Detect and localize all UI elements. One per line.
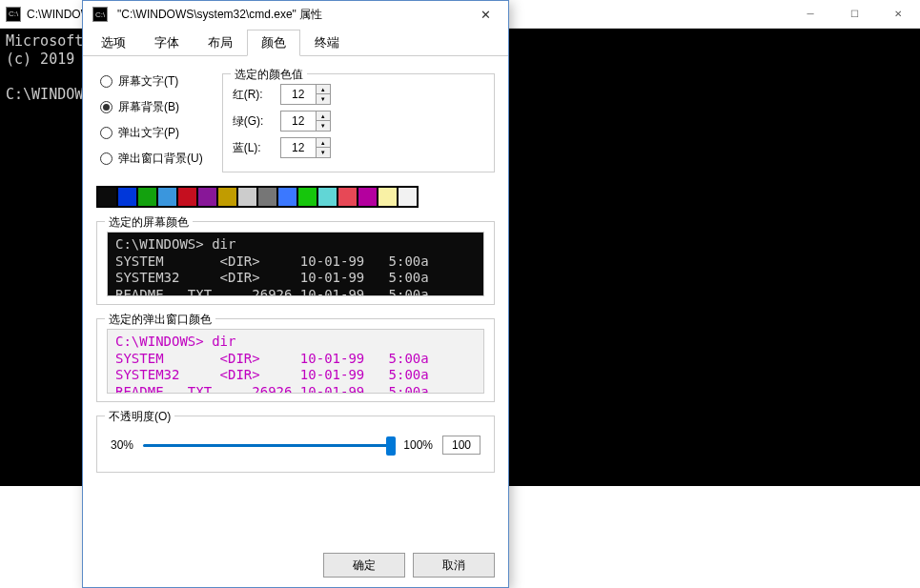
radio-screen-text[interactable]: 屏幕文字(T): [100, 73, 203, 90]
fieldset-legend: 选定的颜色值: [231, 67, 307, 83]
color-swatch[interactable]: [317, 187, 337, 207]
color-swatch[interactable]: [237, 187, 257, 207]
cmd-icon: C:\: [6, 7, 21, 22]
red-spinner[interactable]: ▲▼: [280, 84, 331, 105]
ok-button[interactable]: 确定: [323, 553, 405, 578]
tab-font[interactable]: 字体: [140, 30, 194, 56]
color-swatch[interactable]: [337, 187, 358, 207]
opacity-min-label: 30%: [111, 438, 133, 452]
opacity-group: 不透明度(O) 30% 100%: [96, 416, 495, 473]
slider-thumb-icon[interactable]: [386, 436, 396, 456]
color-swatch[interactable]: [378, 187, 398, 207]
cancel-button[interactable]: 取消: [413, 553, 495, 578]
dialog-title: "C:\WINDOWS\system32\cmd.exe" 属性: [117, 7, 322, 23]
fieldset-legend: 选定的屏幕颜色: [105, 214, 193, 231]
radio-label: 弹出文字(P): [118, 125, 179, 141]
blue-spinner[interactable]: ▲▼: [280, 137, 331, 158]
spin-up-icon[interactable]: ▲: [317, 85, 330, 94]
color-swatch[interactable]: [217, 187, 237, 207]
window-controls: ─ ☐ ✕: [788, 0, 920, 29]
color-palette: [96, 186, 419, 208]
color-swatch[interactable]: [157, 187, 177, 207]
close-button[interactable]: ✕: [876, 0, 920, 29]
radio-label: 屏幕文字(T): [118, 73, 178, 90]
maximize-button[interactable]: ☐: [832, 0, 876, 29]
radio-popup-background[interactable]: 弹出窗口背景(U): [100, 151, 203, 167]
color-swatch[interactable]: [117, 187, 137, 207]
color-swatch[interactable]: [398, 187, 418, 207]
spin-up-icon[interactable]: ▲: [317, 138, 330, 148]
tab-terminal[interactable]: 终端: [300, 30, 354, 56]
color-target-radios: 屏幕文字(T) 屏幕背景(B) 弹出文字(P) 弹出窗口背景(U): [96, 68, 203, 172]
color-swatch[interactable]: [97, 187, 117, 207]
radio-label: 弹出窗口背景(U): [118, 151, 203, 167]
tab-colors[interactable]: 颜色: [247, 30, 300, 56]
dialog-body: 屏幕文字(T) 屏幕背景(B) 弹出文字(P) 弹出窗口背景(U) 选定的颜色值: [83, 56, 508, 543]
screen-color-preview: C:\WINDOWS> dir SYSTEM <DIR> 10-01-99 5:…: [107, 232, 484, 296]
fieldset-legend: 不透明度(O): [105, 409, 174, 425]
radio-icon: [100, 101, 112, 113]
spin-up-icon[interactable]: ▲: [317, 112, 330, 121]
radio-icon: [100, 152, 112, 165]
popup-color-preview: C:\WINDOWS> dir SYSTEM <DIR> 10-01-99 5:…: [107, 329, 484, 394]
tab-bar: 选项 字体 布局 颜色 终端: [83, 30, 508, 56]
color-swatch[interactable]: [277, 187, 297, 207]
color-swatch[interactable]: [197, 187, 217, 207]
opacity-input[interactable]: [442, 436, 480, 455]
dialog-titlebar: C:\ "C:\WINDOWS\system32\cmd.exe" 属性 ✕: [83, 1, 508, 28]
radio-screen-background[interactable]: 屏幕背景(B): [100, 99, 203, 115]
blue-input[interactable]: [281, 139, 316, 156]
green-label: 绿(G):: [233, 113, 271, 130]
dialog-close-button[interactable]: ✕: [466, 1, 504, 28]
cmd-icon: C:\: [92, 7, 108, 22]
color-swatch[interactable]: [137, 187, 157, 207]
selected-color-values: 选定的颜色值 红(R): ▲▼ 绿(G): ▲▼ 蓝(L):: [222, 73, 495, 172]
green-spinner[interactable]: ▲▼: [280, 111, 331, 132]
green-input[interactable]: [281, 112, 316, 130]
opacity-max-label: 100%: [403, 438, 433, 452]
minimize-button[interactable]: ─: [788, 0, 832, 29]
color-swatch[interactable]: [358, 187, 378, 207]
radio-icon: [100, 75, 112, 88]
tab-layout[interactable]: 布局: [194, 30, 247, 56]
radio-popup-text[interactable]: 弹出文字(P): [100, 125, 203, 141]
spin-down-icon[interactable]: ▼: [317, 94, 330, 104]
tab-options[interactable]: 选项: [87, 30, 140, 56]
dialog-buttons: 确定 取消: [83, 543, 508, 587]
fieldset-legend: 选定的弹出窗口颜色: [105, 312, 215, 328]
color-swatch[interactable]: [257, 187, 277, 207]
color-swatch[interactable]: [177, 187, 197, 207]
properties-dialog: C:\ "C:\WINDOWS\system32\cmd.exe" 属性 ✕ 选…: [82, 0, 509, 588]
blue-label: 蓝(L):: [233, 140, 271, 156]
spin-down-icon[interactable]: ▼: [317, 148, 330, 157]
screen-color-preview-group: 选定的屏幕颜色 C:\WINDOWS> dir SYSTEM <DIR> 10-…: [96, 221, 495, 305]
radio-label: 屏幕背景(B): [118, 99, 179, 115]
red-label: 红(R):: [233, 87, 271, 103]
opacity-slider[interactable]: [143, 444, 394, 447]
color-swatch[interactable]: [297, 187, 317, 207]
spin-down-icon[interactable]: ▼: [317, 121, 330, 131]
radio-icon: [100, 127, 112, 139]
red-input[interactable]: [281, 86, 316, 103]
popup-color-preview-group: 选定的弹出窗口颜色 C:\WINDOWS> dir SYSTEM <DIR> 1…: [96, 318, 495, 402]
